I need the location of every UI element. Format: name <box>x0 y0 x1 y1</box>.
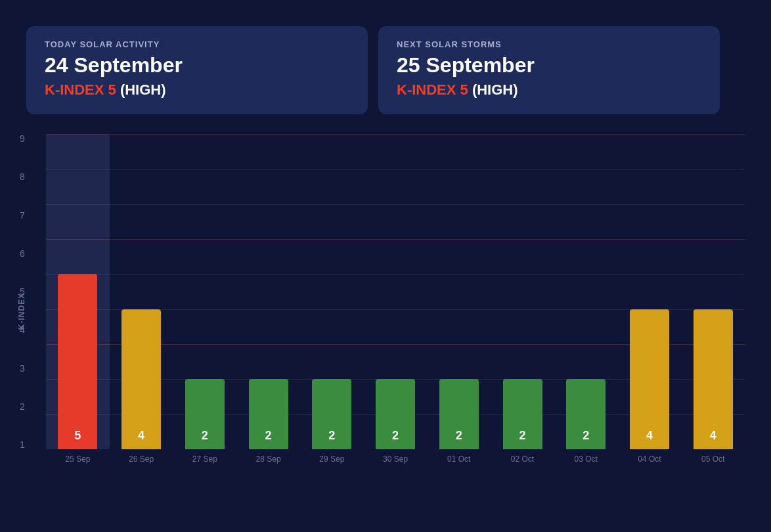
next-card-date: 25 September <box>397 53 701 78</box>
next-kindex-value: K-INDEX 5 <box>397 81 468 98</box>
chart-inner: 54222222244 <box>46 134 745 449</box>
y-axis-label: 7 <box>20 211 25 220</box>
x-axis-label: 25 Sep <box>46 454 110 464</box>
next-card-kindex: K-INDEX 5 (HIGH) <box>397 81 701 99</box>
x-axis-label: 27 Sep <box>173 454 236 464</box>
bar-group: 2 <box>427 134 491 449</box>
bar-yellow: 4 <box>630 309 669 449</box>
bar-group: 4 <box>110 134 173 449</box>
bar-group: 2 <box>491 134 554 449</box>
next-storm-card: NEXT SOLAR STORMS 25 September K-INDEX 5… <box>378 26 720 114</box>
bar-green: 2 <box>185 379 225 449</box>
bar-group: 2 <box>236 134 300 449</box>
bar-green: 2 <box>566 379 606 449</box>
x-axis-label: 04 Oct <box>618 454 682 464</box>
y-axis-title: K-INDEX <box>17 293 26 330</box>
x-axis-label: 05 Oct <box>681 454 745 464</box>
top-cards-section: TODAY SOLAR ACTIVITY 24 September K-INDE… <box>0 0 771 127</box>
today-solar-card: TODAY SOLAR ACTIVITY 24 September K-INDE… <box>26 26 368 114</box>
x-axis-label: 30 Sep <box>364 454 428 464</box>
bar-yellow: 4 <box>694 309 733 449</box>
chart-area: 987654321 K-INDEX 54222222244 25 Sep26 S… <box>46 134 745 489</box>
bar-green: 2 <box>312 379 351 449</box>
bar-value: 2 <box>265 429 272 443</box>
x-axis-label: 29 Sep <box>300 454 364 464</box>
bars-container: 54222222244 <box>46 134 745 449</box>
bar-value: 4 <box>138 429 144 443</box>
bar-group: 2 <box>554 134 618 449</box>
bar-value: 2 <box>328 429 335 443</box>
bar-group: 4 <box>681 134 745 449</box>
y-axis-label: 3 <box>20 364 25 373</box>
bar-value: 2 <box>392 429 399 443</box>
today-kindex-suffix: (HIGH) <box>116 81 166 98</box>
x-axis-label: 02 Oct <box>491 454 554 464</box>
x-axis-label: 03 Oct <box>554 454 618 464</box>
y-axis-label: 8 <box>20 172 25 181</box>
bar-red: 5 <box>58 274 97 449</box>
x-labels: 25 Sep26 Sep27 Sep28 Sep29 Sep30 Sep01 O… <box>46 454 745 464</box>
bar-group: 2 <box>364 134 428 449</box>
today-card-label: TODAY SOLAR ACTIVITY <box>45 39 349 49</box>
bar-group: 5 <box>46 134 110 449</box>
bar-group: 2 <box>300 134 364 449</box>
y-axis-label: 1 <box>20 440 25 449</box>
today-kindex-value: K-INDEX 5 <box>45 81 116 98</box>
x-axis-label: 28 Sep <box>236 454 300 464</box>
next-kindex-suffix: (HIGH) <box>468 81 518 98</box>
bar-group: 4 <box>618 134 682 449</box>
bar-group: 2 <box>173 134 236 449</box>
y-axis: 987654321 <box>20 134 30 449</box>
x-axis-label: 01 Oct <box>427 454 491 464</box>
bar-green: 2 <box>439 379 479 449</box>
today-card-kindex: K-INDEX 5 (HIGH) <box>45 81 349 99</box>
y-axis-label: 6 <box>20 249 25 258</box>
next-card-label: NEXT SOLAR STORMS <box>397 39 701 49</box>
bar-value: 2 <box>583 429 589 443</box>
bar-green: 2 <box>376 379 415 449</box>
bar-value: 2 <box>456 429 462 443</box>
bar-green: 2 <box>249 379 288 449</box>
bar-value: 4 <box>710 429 716 443</box>
x-axis-label: 26 Sep <box>110 454 173 464</box>
bar-yellow: 4 <box>121 309 161 449</box>
bar-value: 2 <box>202 429 208 443</box>
bar-value: 2 <box>519 429 525 443</box>
today-card-date: 24 September <box>45 53 349 78</box>
bar-green: 2 <box>503 379 542 449</box>
y-axis-label: 9 <box>20 134 25 143</box>
bar-value: 5 <box>74 429 81 443</box>
bar-value: 4 <box>646 429 653 443</box>
y-axis-label: 2 <box>20 402 25 411</box>
